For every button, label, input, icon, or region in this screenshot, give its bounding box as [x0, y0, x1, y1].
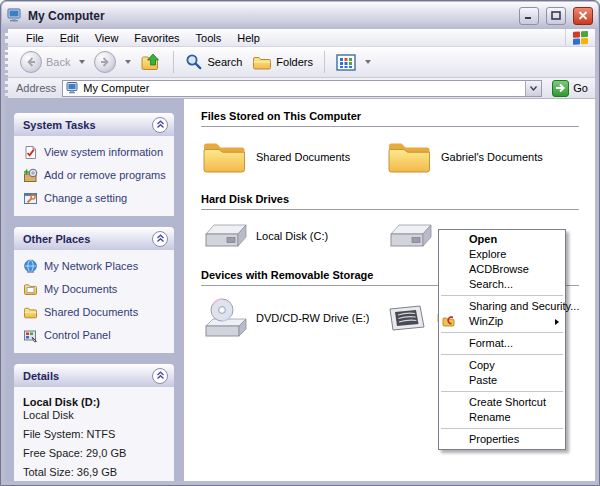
task-label: Add or remove programs	[44, 168, 166, 181]
my-computer-icon	[66, 82, 79, 94]
go-button[interactable]: Go	[548, 80, 592, 97]
control-panel-icon	[23, 328, 38, 343]
views-dropdown-icon[interactable]	[365, 60, 371, 64]
menu-favorites[interactable]: Favorites	[126, 31, 187, 45]
task-label: My Network Places	[44, 259, 138, 272]
context-menu-open[interactable]: Open	[439, 232, 565, 247]
forward-icon	[94, 51, 116, 73]
title-bar[interactable]: My Computer	[2, 2, 598, 29]
tile-dvd-cd-rw-drive-e[interactable]: DVD/CD-RW Drive (E:)	[201, 297, 386, 339]
hard-disk-icon	[201, 221, 247, 251]
context-menu-acdbrowse[interactable]: ACDBrowse	[439, 262, 565, 277]
context-menu-winzip[interactable]: WinZip	[439, 314, 565, 329]
optical-drive-icon	[201, 297, 247, 339]
search-button[interactable]: Search	[181, 51, 246, 73]
link-my-network-places[interactable]: My Network Places	[23, 259, 168, 274]
menu-separator	[441, 391, 563, 392]
details-file-system: File System: NTFS	[23, 428, 168, 440]
my-computer-window: My Computer File Edit View Favorites Too…	[0, 0, 600, 486]
menu-separator	[441, 295, 563, 296]
link-shared-documents[interactable]: Shared Documents	[23, 305, 168, 320]
go-arrow-icon	[552, 80, 569, 97]
views-button[interactable]	[332, 52, 360, 73]
task-label: Shared Documents	[44, 305, 138, 318]
menu-help[interactable]: Help	[229, 31, 268, 45]
search-label: Search	[207, 56, 242, 68]
context-menu-explore[interactable]: Explore	[439, 247, 565, 262]
folders-button[interactable]: Folders	[248, 52, 317, 73]
details-panel: Details Local Disk (D:) Local Disk File …	[14, 364, 174, 481]
winzip-icon	[442, 315, 455, 328]
memory-card-icon	[386, 303, 428, 333]
task-change-a-setting[interactable]: Change a setting	[23, 191, 168, 206]
back-icon	[20, 51, 42, 73]
maximize-button[interactable]	[546, 7, 566, 25]
context-menu-sharing-and-security[interactable]: Sharing and Security...	[439, 299, 565, 314]
menu-view[interactable]: View	[87, 31, 127, 45]
tile-label: Gabriel's Documents	[441, 151, 543, 163]
context-menu-search[interactable]: Search...	[439, 277, 565, 292]
up-button[interactable]	[136, 50, 166, 74]
context-menu-properties[interactable]: Properties	[439, 432, 565, 447]
back-dropdown-icon[interactable]	[79, 60, 85, 64]
folders-icon	[252, 54, 272, 71]
menu-tools[interactable]: Tools	[188, 31, 230, 45]
other-places-header[interactable]: Other Places	[14, 227, 174, 250]
task-view-system-information[interactable]: View system information	[23, 145, 168, 160]
panel-title: Other Places	[23, 233, 90, 245]
address-value: My Computer	[83, 82, 521, 94]
context-menu-format[interactable]: Format...	[439, 336, 565, 351]
system-information-icon	[23, 145, 38, 160]
forward-button[interactable]	[90, 49, 120, 75]
back-label: Back	[46, 56, 70, 68]
collapse-chevron-icon[interactable]	[152, 117, 168, 133]
tile-shared-documents[interactable]: Shared Documents	[201, 138, 386, 175]
collapse-chevron-icon[interactable]	[152, 231, 168, 247]
forward-dropdown-icon[interactable]	[125, 60, 131, 64]
system-tasks-header[interactable]: System Tasks	[14, 113, 174, 136]
menu-separator	[441, 354, 563, 355]
change-setting-icon	[23, 191, 38, 206]
panel-title: System Tasks	[23, 119, 96, 131]
tile-label: DVD/CD-RW Drive (E:)	[256, 312, 369, 324]
task-label: Change a setting	[44, 191, 127, 204]
close-button[interactable]	[573, 7, 593, 25]
system-tasks-panel: System Tasks	[14, 113, 174, 216]
shared-documents-icon	[23, 305, 38, 320]
group-header-files-stored: Files Stored on This Computer	[201, 107, 579, 127]
minimize-button[interactable]	[519, 7, 539, 25]
menu-edit[interactable]: Edit	[52, 31, 87, 45]
my-computer-icon	[7, 8, 23, 23]
menu-bar: File Edit View Favorites Tools Help	[5, 29, 595, 47]
menu-separator	[441, 428, 563, 429]
search-icon	[185, 53, 203, 71]
details-header[interactable]: Details	[14, 364, 174, 387]
up-folder-icon	[140, 52, 162, 72]
link-my-documents[interactable]: My Documents	[23, 282, 168, 297]
menu-file[interactable]: File	[18, 31, 52, 45]
details-total-size: Total Size: 36,9 GB	[23, 466, 168, 478]
context-menu-create-shortcut[interactable]: Create Shortcut	[439, 395, 565, 410]
context-menu-copy[interactable]: Copy	[439, 358, 565, 373]
window-title: My Computer	[28, 9, 512, 23]
menu-separator	[441, 332, 563, 333]
address-dropdown-button[interactable]	[525, 81, 541, 96]
submenu-arrow-icon	[555, 319, 559, 325]
link-control-panel[interactable]: Control Panel	[23, 328, 168, 343]
tile-label: Local Disk (C:)	[256, 230, 328, 242]
context-menu-paste[interactable]: Paste	[439, 373, 565, 388]
collapse-chevron-icon[interactable]	[152, 368, 168, 384]
tile-gabriels-documents[interactable]: Gabriel's Documents	[386, 138, 571, 175]
details-item-name: Local Disk (D:)	[23, 396, 168, 408]
network-places-icon	[23, 259, 38, 274]
context-menu-rename[interactable]: Rename	[439, 410, 565, 425]
task-add-or-remove-programs[interactable]: Add or remove programs	[23, 168, 168, 183]
address-bar: Address My Computer	[5, 78, 595, 99]
windows-logo-icon	[565, 29, 595, 46]
back-button[interactable]: Back	[16, 49, 74, 75]
tile-local-disk-c[interactable]: Local Disk (C:)	[201, 221, 386, 251]
folder-icon	[386, 138, 432, 175]
context-menu: Open Explore ACDBrowse Search... Sharing…	[438, 229, 566, 450]
details-free-space: Free Space: 29,0 GB	[23, 447, 168, 459]
address-combobox[interactable]: My Computer	[62, 80, 542, 97]
